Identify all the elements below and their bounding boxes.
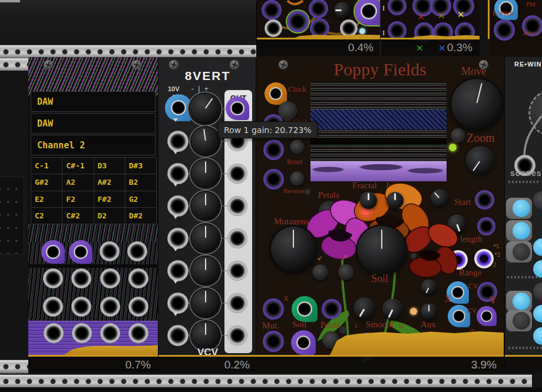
scene-button[interactable] xyxy=(533,305,542,323)
scene-button[interactable] xyxy=(533,283,542,300)
display-row-source[interactable]: DAW xyxy=(31,91,156,112)
display-row-channel[interactable]: Channel 2 xyxy=(31,135,156,155)
input-port[interactable] xyxy=(265,19,282,37)
gate-port[interactable] xyxy=(128,268,148,288)
fractal-display xyxy=(310,82,447,181)
output-port[interactable] xyxy=(128,323,148,343)
input-port[interactable] xyxy=(494,19,515,41)
gate-port[interactable] xyxy=(128,297,148,317)
bottom-port[interactable] xyxy=(263,331,284,352)
divider-dashes xyxy=(508,181,539,183)
gate-port[interactable] xyxy=(127,241,147,261)
length-port[interactable] xyxy=(477,217,495,235)
fractal-knob[interactable] xyxy=(360,192,377,209)
zoom-knob[interactable] xyxy=(466,147,494,175)
cable-plug[interactable] xyxy=(477,306,497,326)
input-port[interactable] xyxy=(167,131,189,152)
display-noise-band xyxy=(310,82,447,109)
scene-button[interactable] xyxy=(513,293,530,310)
scene-button[interactable] xyxy=(513,312,530,330)
cable-plug[interactable] xyxy=(226,97,249,120)
mapped-port[interactable] xyxy=(287,11,309,32)
smooth-yi-knob[interactable] xyxy=(382,299,403,320)
gate-port[interactable] xyxy=(100,268,120,288)
input-port[interactable] xyxy=(167,195,189,217)
display-row-target[interactable]: DAW xyxy=(31,113,156,134)
scene-button[interactable] xyxy=(533,191,542,209)
gain-knob[interactable] xyxy=(191,289,220,317)
input-port[interactable] xyxy=(167,293,189,314)
gain-knob[interactable] xyxy=(191,257,220,285)
smooth-x-knob[interactable] xyxy=(353,298,375,320)
reverse-button[interactable] xyxy=(290,171,305,186)
nudge-left-button[interactable] xyxy=(312,264,328,280)
scene-button[interactable] xyxy=(533,327,542,345)
gain-knob[interactable] xyxy=(191,160,220,188)
output-port[interactable] xyxy=(227,261,247,281)
gain-knob-row1[interactable] xyxy=(190,94,220,124)
input-port[interactable] xyxy=(310,18,329,38)
gain-knob[interactable] xyxy=(191,224,220,253)
gate-port[interactable] xyxy=(71,268,91,288)
note-cell: A#2 xyxy=(94,174,125,190)
output-port[interactable] xyxy=(100,323,120,343)
reset-label: Reset xyxy=(287,158,303,167)
output-port[interactable] xyxy=(227,228,247,248)
input-port[interactable] xyxy=(167,325,189,346)
note-grid: C-1 C#-1 D3 D#3 G#2 A2 A#2 B2 E2 F2 F#2 … xyxy=(31,157,157,224)
level-knob[interactable] xyxy=(334,2,350,18)
output-port[interactable] xyxy=(72,323,92,343)
julia-knob[interactable] xyxy=(386,192,404,209)
input-port[interactable] xyxy=(388,0,406,15)
reverse-port[interactable] xyxy=(263,169,284,190)
input-port[interactable] xyxy=(340,19,358,37)
scene-button[interactable] xyxy=(533,260,542,278)
gate-port[interactable] xyxy=(100,241,120,261)
note-cell: C#2 xyxy=(62,208,93,224)
gate-port[interactable] xyxy=(100,297,120,317)
display-weave-band xyxy=(310,109,447,129)
input-port[interactable] xyxy=(167,260,189,281)
zoom-button[interactable] xyxy=(451,128,465,143)
petals-cv-port[interactable] xyxy=(322,299,342,319)
gate-port[interactable] xyxy=(43,268,63,288)
output-port[interactable] xyxy=(227,325,247,346)
range-mark: 2 xyxy=(493,261,496,268)
aux-knob[interactable] xyxy=(421,304,437,320)
gate-port[interactable] xyxy=(43,297,63,317)
reset-button[interactable] xyxy=(290,139,305,154)
scene-button[interactable] xyxy=(513,222,530,240)
rack-rail-left-lower xyxy=(0,360,28,374)
output-port[interactable] xyxy=(227,164,247,184)
scene-button[interactable] xyxy=(533,238,542,256)
gain-knob[interactable] xyxy=(191,192,220,220)
vcv-rack-window: 0.4% I I ✕ ✕ ✕ ✕ ✕ 0.3% PM B. Pitch Driv… xyxy=(0,0,542,392)
cable-plug[interactable] xyxy=(69,240,92,264)
nudge-right-button[interactable] xyxy=(338,264,354,280)
cable-plug[interactable] xyxy=(355,0,383,25)
gain-knob[interactable] xyxy=(191,127,220,155)
mutagens-knob[interactable] xyxy=(271,227,316,271)
start-port[interactable] xyxy=(475,190,494,210)
output-port[interactable] xyxy=(227,196,247,216)
scene-button[interactable] xyxy=(513,243,530,261)
gate-port[interactable] xyxy=(71,297,91,317)
output-port[interactable] xyxy=(44,323,64,343)
scene-button[interactable] xyxy=(513,200,530,217)
range-jack[interactable] xyxy=(474,249,494,268)
soil-knob[interactable] xyxy=(358,226,406,274)
cable-plug[interactable] xyxy=(41,240,65,264)
output-port[interactable] xyxy=(227,293,247,313)
cable-plug[interactable] xyxy=(291,330,316,355)
input-port[interactable] xyxy=(167,228,189,249)
move-knob[interactable] xyxy=(451,79,502,129)
cpu-meter-value: 3.9% xyxy=(471,358,497,371)
reset-port[interactable] xyxy=(263,139,284,160)
gain-knob[interactable] xyxy=(191,321,220,350)
input-port[interactable] xyxy=(167,163,189,184)
mutagens-cv-port[interactable] xyxy=(263,298,284,320)
input-port[interactable] xyxy=(262,0,282,20)
display-row-text: DAW xyxy=(37,97,53,107)
cable-plug[interactable] xyxy=(292,296,318,322)
blank-panel-dots xyxy=(0,177,24,254)
